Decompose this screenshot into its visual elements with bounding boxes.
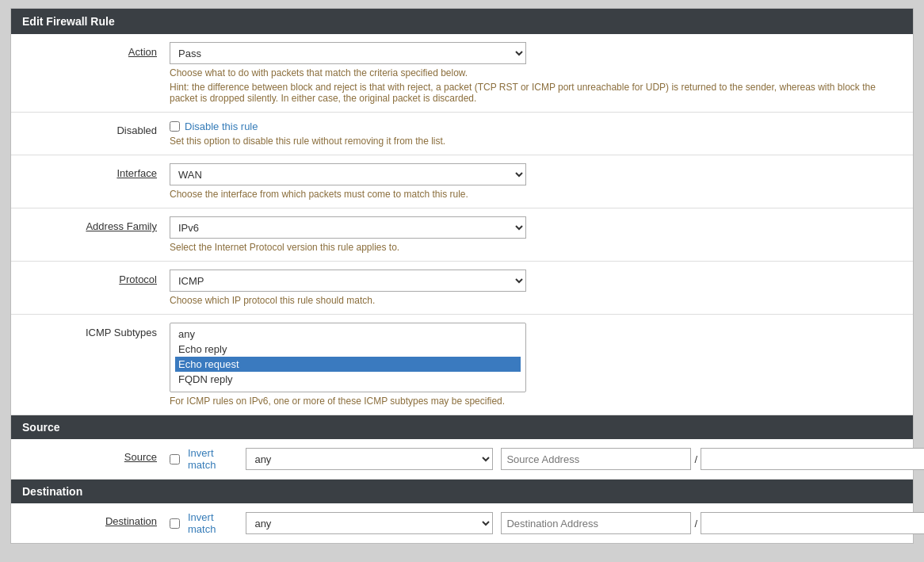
disabled-help: Set this option to disable this rule wit… [170, 136, 902, 147]
source-content: Invert match any Single host or alias Ne… [170, 447, 924, 471]
action-content: Pass Block Reject Choose what to do with… [170, 42, 913, 104]
interface-select[interactable]: WAN LAN LOOPBACK [170, 163, 526, 185]
source-slash: / [694, 453, 697, 465]
destination-cidr-select[interactable]: 8 16 24 32 [701, 512, 924, 534]
source-field-label: Source [11, 447, 170, 463]
action-select[interactable]: Pass Block Reject [170, 42, 526, 64]
address-family-select[interactable]: IPv4 IPv6 IPv4+IPv6 [170, 216, 526, 239]
source-controls: Invert match any Single host or alias Ne… [170, 447, 924, 471]
icmp-subtypes-content: any Echo reply Echo request FQDN reply F… [170, 323, 913, 407]
destination-section-header: Destination [11, 480, 913, 503]
destination-address-field: / 8 16 24 32 [501, 512, 924, 534]
protocol-content: ICMP TCP UDP TCP/UDP any Choose which IP… [170, 270, 913, 306]
destination-address-input[interactable] [501, 512, 691, 534]
interface-row: Interface WAN LAN LOOPBACK Choose the in… [11, 155, 913, 208]
disabled-row: Disabled Disable this rule Set this opti… [11, 113, 913, 155]
source-row: Source Invert match any Single host or a… [11, 439, 913, 480]
address-family-help: Select the Internet Protocol version thi… [170, 242, 902, 253]
source-address-field: / 8 16 24 32 [501, 448, 924, 470]
protocol-row: Protocol ICMP TCP UDP TCP/UDP any Choose… [11, 262, 913, 315]
source-address-input[interactable] [501, 448, 691, 470]
address-family-content: IPv4 IPv6 IPv4+IPv6 Select the Internet … [170, 216, 913, 253]
destination-slash: / [694, 518, 697, 530]
address-family-label: Address Family [11, 216, 170, 232]
disabled-checkbox[interactable] [170, 121, 180, 132]
disabled-checkbox-label: Disable this rule [185, 120, 258, 132]
icmp-subtypes-listbox[interactable]: any Echo reply Echo request FQDN reply [170, 323, 526, 392]
icmp-subtypes-help: For ICMP rules on IPv6, one or more of t… [170, 396, 902, 407]
source-invert-checkbox[interactable] [170, 454, 180, 465]
protocol-help: Choose which IP protocol this rule shoul… [170, 295, 902, 306]
interface-label: Interface [11, 163, 170, 179]
source-cidr-select[interactable]: 8 16 24 32 [701, 448, 924, 470]
action-label: Action [11, 42, 170, 58]
protocol-select[interactable]: ICMP TCP UDP TCP/UDP any [170, 270, 526, 292]
action-help2: Hint: the difference between block and r… [170, 82, 902, 104]
source-invert-label: Invert match [188, 447, 238, 471]
destination-type-select[interactable]: any Single host or alias Network WAN add… [246, 512, 493, 534]
destination-invert-label: Invert match [188, 511, 238, 535]
interface-help: Choose the interface from which packets … [170, 189, 902, 200]
disabled-label: Disabled [11, 120, 170, 136]
action-help1: Choose what to do with packets that matc… [170, 67, 902, 78]
icmp-subtypes-label: ICMP Subtypes [11, 323, 170, 338]
panel-title: Edit Firewall Rule [11, 9, 913, 34]
protocol-label: Protocol [11, 270, 170, 285]
icmp-subtypes-row: ICMP Subtypes any Echo reply Echo reques… [11, 315, 913, 415]
destination-controls: Invert match any Single host or alias Ne… [170, 511, 924, 535]
address-family-row: Address Family IPv4 IPv6 IPv4+IPv6 Selec… [11, 208, 913, 262]
source-section-header: Source [11, 415, 913, 439]
destination-row: Destination Invert match any Single host… [11, 503, 913, 543]
disabled-content: Disable this rule Set this option to dis… [170, 120, 913, 147]
source-type-select[interactable]: any Single host or alias Network WAN add… [246, 448, 493, 470]
destination-field-label: Destination [11, 511, 170, 527]
action-row: Action Pass Block Reject Choose what to … [11, 34, 913, 113]
destination-invert-checkbox[interactable] [170, 518, 180, 529]
destination-content: Invert match any Single host or alias Ne… [170, 511, 924, 535]
interface-content: WAN LAN LOOPBACK Choose the interface fr… [170, 163, 913, 200]
